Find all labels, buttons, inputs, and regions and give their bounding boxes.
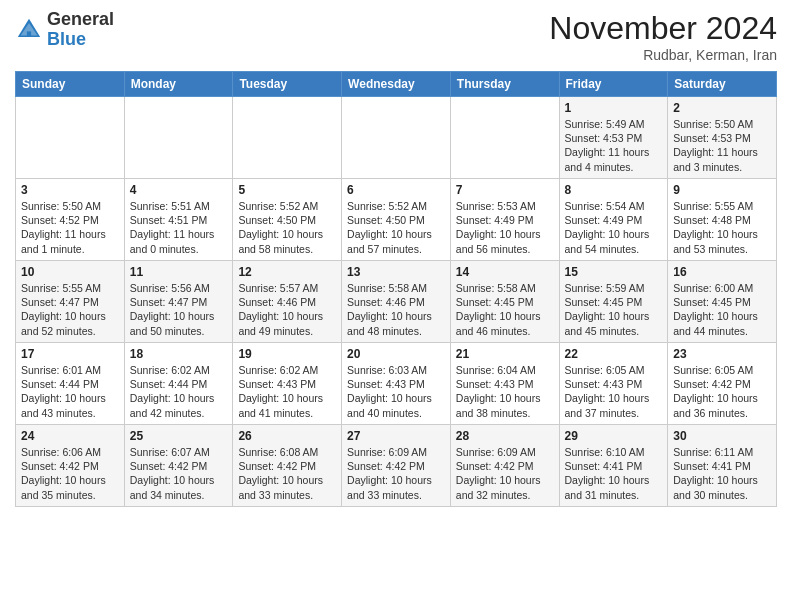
calendar-week-3: 17Sunrise: 6:01 AM Sunset: 4:44 PM Dayli… [16, 343, 777, 425]
day-number: 6 [347, 183, 445, 197]
day-number: 3 [21, 183, 119, 197]
col-header-sunday: Sunday [16, 72, 125, 97]
calendar-cell: 27Sunrise: 6:09 AM Sunset: 4:42 PM Dayli… [342, 425, 451, 507]
day-info: Sunrise: 5:52 AM Sunset: 4:50 PM Dayligh… [347, 199, 445, 256]
calendar-week-2: 10Sunrise: 5:55 AM Sunset: 4:47 PM Dayli… [16, 261, 777, 343]
day-info: Sunrise: 6:07 AM Sunset: 4:42 PM Dayligh… [130, 445, 228, 502]
calendar-cell: 3Sunrise: 5:50 AM Sunset: 4:52 PM Daylig… [16, 179, 125, 261]
calendar-cell: 15Sunrise: 5:59 AM Sunset: 4:45 PM Dayli… [559, 261, 668, 343]
calendar-cell: 29Sunrise: 6:10 AM Sunset: 4:41 PM Dayli… [559, 425, 668, 507]
day-info: Sunrise: 5:55 AM Sunset: 4:47 PM Dayligh… [21, 281, 119, 338]
day-info: Sunrise: 6:04 AM Sunset: 4:43 PM Dayligh… [456, 363, 554, 420]
day-number: 2 [673, 101, 771, 115]
calendar-cell [16, 97, 125, 179]
calendar-cell: 20Sunrise: 6:03 AM Sunset: 4:43 PM Dayli… [342, 343, 451, 425]
day-info: Sunrise: 5:56 AM Sunset: 4:47 PM Dayligh… [130, 281, 228, 338]
calendar-header-row: SundayMondayTuesdayWednesdayThursdayFrid… [16, 72, 777, 97]
calendar-cell: 22Sunrise: 6:05 AM Sunset: 4:43 PM Dayli… [559, 343, 668, 425]
calendar-cell: 2Sunrise: 5:50 AM Sunset: 4:53 PM Daylig… [668, 97, 777, 179]
calendar-cell: 28Sunrise: 6:09 AM Sunset: 4:42 PM Dayli… [450, 425, 559, 507]
day-info: Sunrise: 6:05 AM Sunset: 4:42 PM Dayligh… [673, 363, 771, 420]
day-info: Sunrise: 5:54 AM Sunset: 4:49 PM Dayligh… [565, 199, 663, 256]
day-info: Sunrise: 5:57 AM Sunset: 4:46 PM Dayligh… [238, 281, 336, 338]
calendar-cell: 12Sunrise: 5:57 AM Sunset: 4:46 PM Dayli… [233, 261, 342, 343]
logo-blue-text: Blue [47, 29, 86, 49]
day-number: 12 [238, 265, 336, 279]
calendar-cell: 13Sunrise: 5:58 AM Sunset: 4:46 PM Dayli… [342, 261, 451, 343]
day-number: 18 [130, 347, 228, 361]
title-block: November 2024 Rudbar, Kerman, Iran [549, 10, 777, 63]
day-info: Sunrise: 6:03 AM Sunset: 4:43 PM Dayligh… [347, 363, 445, 420]
calendar-cell [342, 97, 451, 179]
calendar-cell: 4Sunrise: 5:51 AM Sunset: 4:51 PM Daylig… [124, 179, 233, 261]
day-info: Sunrise: 6:09 AM Sunset: 4:42 PM Dayligh… [456, 445, 554, 502]
day-info: Sunrise: 5:52 AM Sunset: 4:50 PM Dayligh… [238, 199, 336, 256]
calendar-cell: 30Sunrise: 6:11 AM Sunset: 4:41 PM Dayli… [668, 425, 777, 507]
calendar-cell: 18Sunrise: 6:02 AM Sunset: 4:44 PM Dayli… [124, 343, 233, 425]
day-number: 25 [130, 429, 228, 443]
day-info: Sunrise: 5:55 AM Sunset: 4:48 PM Dayligh… [673, 199, 771, 256]
calendar-cell: 14Sunrise: 5:58 AM Sunset: 4:45 PM Dayli… [450, 261, 559, 343]
col-header-saturday: Saturday [668, 72, 777, 97]
calendar-cell: 9Sunrise: 5:55 AM Sunset: 4:48 PM Daylig… [668, 179, 777, 261]
col-header-monday: Monday [124, 72, 233, 97]
day-number: 9 [673, 183, 771, 197]
col-header-thursday: Thursday [450, 72, 559, 97]
day-number: 30 [673, 429, 771, 443]
day-number: 13 [347, 265, 445, 279]
header: General Blue November 2024 Rudbar, Kerma… [15, 10, 777, 63]
day-number: 7 [456, 183, 554, 197]
page: General Blue November 2024 Rudbar, Kerma… [0, 0, 792, 522]
day-info: Sunrise: 5:53 AM Sunset: 4:49 PM Dayligh… [456, 199, 554, 256]
day-info: Sunrise: 6:00 AM Sunset: 4:45 PM Dayligh… [673, 281, 771, 338]
day-number: 4 [130, 183, 228, 197]
calendar-cell [233, 97, 342, 179]
calendar-cell [124, 97, 233, 179]
day-number: 24 [21, 429, 119, 443]
calendar-cell: 7Sunrise: 5:53 AM Sunset: 4:49 PM Daylig… [450, 179, 559, 261]
day-number: 11 [130, 265, 228, 279]
day-number: 20 [347, 347, 445, 361]
calendar-week-4: 24Sunrise: 6:06 AM Sunset: 4:42 PM Dayli… [16, 425, 777, 507]
day-number: 27 [347, 429, 445, 443]
calendar-week-0: 1Sunrise: 5:49 AM Sunset: 4:53 PM Daylig… [16, 97, 777, 179]
day-info: Sunrise: 6:08 AM Sunset: 4:42 PM Dayligh… [238, 445, 336, 502]
day-info: Sunrise: 6:01 AM Sunset: 4:44 PM Dayligh… [21, 363, 119, 420]
calendar-cell: 17Sunrise: 6:01 AM Sunset: 4:44 PM Dayli… [16, 343, 125, 425]
subtitle: Rudbar, Kerman, Iran [549, 47, 777, 63]
calendar-cell: 24Sunrise: 6:06 AM Sunset: 4:42 PM Dayli… [16, 425, 125, 507]
day-number: 28 [456, 429, 554, 443]
day-info: Sunrise: 5:50 AM Sunset: 4:53 PM Dayligh… [673, 117, 771, 174]
day-number: 17 [21, 347, 119, 361]
calendar-cell: 1Sunrise: 5:49 AM Sunset: 4:53 PM Daylig… [559, 97, 668, 179]
day-info: Sunrise: 6:05 AM Sunset: 4:43 PM Dayligh… [565, 363, 663, 420]
day-number: 26 [238, 429, 336, 443]
day-info: Sunrise: 5:59 AM Sunset: 4:45 PM Dayligh… [565, 281, 663, 338]
logo: General Blue [15, 10, 114, 50]
day-info: Sunrise: 5:51 AM Sunset: 4:51 PM Dayligh… [130, 199, 228, 256]
day-info: Sunrise: 5:58 AM Sunset: 4:46 PM Dayligh… [347, 281, 445, 338]
calendar-cell: 11Sunrise: 5:56 AM Sunset: 4:47 PM Dayli… [124, 261, 233, 343]
day-number: 15 [565, 265, 663, 279]
calendar-cell: 8Sunrise: 5:54 AM Sunset: 4:49 PM Daylig… [559, 179, 668, 261]
day-info: Sunrise: 6:02 AM Sunset: 4:43 PM Dayligh… [238, 363, 336, 420]
calendar-cell: 21Sunrise: 6:04 AM Sunset: 4:43 PM Dayli… [450, 343, 559, 425]
day-info: Sunrise: 6:09 AM Sunset: 4:42 PM Dayligh… [347, 445, 445, 502]
month-title: November 2024 [549, 10, 777, 47]
logo-icon [15, 16, 43, 44]
calendar-cell: 19Sunrise: 6:02 AM Sunset: 4:43 PM Dayli… [233, 343, 342, 425]
day-number: 19 [238, 347, 336, 361]
calendar-cell: 10Sunrise: 5:55 AM Sunset: 4:47 PM Dayli… [16, 261, 125, 343]
calendar-week-1: 3Sunrise: 5:50 AM Sunset: 4:52 PM Daylig… [16, 179, 777, 261]
calendar-cell: 25Sunrise: 6:07 AM Sunset: 4:42 PM Dayli… [124, 425, 233, 507]
day-number: 10 [21, 265, 119, 279]
day-info: Sunrise: 6:06 AM Sunset: 4:42 PM Dayligh… [21, 445, 119, 502]
day-info: Sunrise: 6:10 AM Sunset: 4:41 PM Dayligh… [565, 445, 663, 502]
day-number: 8 [565, 183, 663, 197]
day-info: Sunrise: 6:02 AM Sunset: 4:44 PM Dayligh… [130, 363, 228, 420]
calendar-cell: 16Sunrise: 6:00 AM Sunset: 4:45 PM Dayli… [668, 261, 777, 343]
day-number: 29 [565, 429, 663, 443]
col-header-friday: Friday [559, 72, 668, 97]
day-number: 16 [673, 265, 771, 279]
day-number: 14 [456, 265, 554, 279]
